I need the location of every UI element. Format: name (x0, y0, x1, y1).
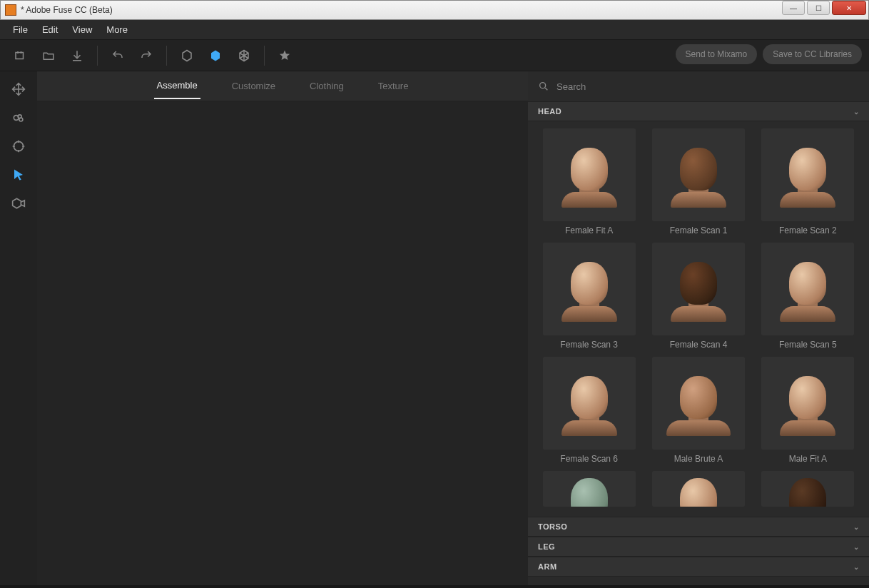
menu-file[interactable]: File (6, 21, 35, 38)
asset-label: Female Scan 2 (779, 225, 837, 235)
window-title: * Adobe Fuse CC (Beta) (21, 5, 782, 15)
svg-point-4 (14, 141, 23, 151)
asset-item[interactable]: Female Scan 1 (647, 128, 749, 235)
tab-clothing[interactable]: Clothing (307, 74, 347, 98)
save-to-cc-libraries-button[interactable]: Save to CC Libraries (763, 44, 862, 64)
move-tool-icon[interactable] (11, 81, 26, 97)
toolbar-right: Send to Mixamo Save to CC Libraries (676, 44, 862, 64)
section-title: TORSO (538, 522, 567, 531)
camera-tool-icon[interactable] (11, 196, 26, 211)
toolbar-divider (264, 46, 265, 66)
svg-point-3 (19, 118, 23, 121)
svg-rect-0 (16, 52, 24, 59)
smudge-tool-icon[interactable] (11, 110, 26, 126)
minimize-button[interactable]: — (782, 1, 805, 15)
select-tool-icon[interactable] (11, 167, 26, 183)
asset-thumb (652, 471, 745, 507)
search-row (528, 71, 869, 101)
asset-label: Female Scan 1 (670, 225, 728, 235)
center-area: Assemble Customize Clothing Texture (37, 71, 528, 585)
send-to-mixamo-button[interactable]: Send to Mixamo (676, 44, 758, 64)
tab-texture[interactable]: Texture (375, 74, 412, 98)
toolbar-divider (166, 46, 167, 66)
asset-label: Female Fit A (565, 225, 613, 235)
wireframe-icon[interactable] (174, 43, 200, 69)
chevron-down-icon: ⌄ (853, 523, 860, 531)
window-bottom-border (0, 585, 869, 588)
asset-thumb (652, 128, 745, 221)
asset-item[interactable] (757, 471, 859, 507)
target-tool-icon[interactable] (11, 138, 26, 154)
section-title: LEG (538, 542, 555, 551)
asset-label: Female Scan 6 (560, 454, 618, 464)
menu-edit[interactable]: Edit (35, 21, 65, 38)
asset-label: Female Scan 3 (560, 340, 618, 350)
svg-point-5 (540, 83, 546, 88)
asset-item[interactable]: Female Scan 5 (757, 243, 859, 350)
asset-item[interactable] (538, 471, 640, 507)
menu-view[interactable]: View (65, 21, 99, 38)
star-icon[interactable] (272, 43, 298, 69)
menu-bar: File Edit View More (0, 20, 869, 40)
asset-item[interactable]: Female Scan 6 (538, 357, 640, 464)
chevron-down-icon: ⌄ (853, 543, 860, 551)
search-icon (538, 81, 549, 92)
asset-item[interactable]: Male Fit A (757, 357, 859, 464)
section-head-leg[interactable]: LEG ⌄ (528, 537, 869, 557)
app-icon (5, 4, 16, 16)
asset-thumb (652, 243, 745, 335)
section-head-arm[interactable]: ARM ⌄ (528, 557, 869, 577)
asset-item[interactable] (647, 471, 749, 507)
tab-assemble[interactable]: Assemble (154, 73, 200, 99)
asset-panel: HEAD ⌄ Female Fit A Female Scan 1 Female… (528, 71, 869, 585)
save-icon[interactable] (64, 43, 90, 69)
window-controls: — ☐ ✕ (782, 1, 868, 19)
undo-icon[interactable] (105, 43, 131, 69)
chevron-down-icon: ⌄ (853, 108, 860, 116)
close-button[interactable]: ✕ (832, 1, 866, 15)
chevron-down-icon: ⌄ (853, 563, 860, 571)
asset-label: Female Scan 5 (779, 340, 837, 350)
section-title: HEAD (538, 107, 561, 116)
shaded-icon[interactable] (203, 43, 228, 69)
mode-tabs: Assemble Customize Clothing Texture (37, 71, 528, 101)
asset-thumb (761, 243, 854, 335)
asset-thumb (543, 243, 636, 335)
asset-thumb (652, 357, 745, 450)
viewport-3d[interactable] (37, 101, 528, 585)
asset-item[interactable]: Female Scan 4 (647, 243, 749, 350)
top-toolbar: Send to Mixamo Save to CC Libraries (0, 40, 869, 71)
window-titlebar: * Adobe Fuse CC (Beta) — ☐ ✕ (0, 0, 869, 20)
toolbar-divider (97, 46, 98, 66)
menu-more[interactable]: More (99, 21, 135, 38)
section-head-head[interactable]: HEAD ⌄ (528, 101, 869, 121)
asset-panel-body[interactable]: HEAD ⌄ Female Fit A Female Scan 1 Female… (528, 101, 869, 585)
asset-label: Female Scan 4 (670, 340, 728, 350)
asset-item[interactable]: Female Fit A (538, 128, 640, 235)
asset-label: Male Fit A (789, 454, 827, 464)
tab-customize[interactable]: Customize (229, 74, 278, 98)
new-assembly-icon[interactable] (7, 43, 33, 69)
asset-thumb (761, 128, 854, 221)
asset-thumb (761, 471, 854, 507)
section-title: ARM (538, 562, 557, 571)
asset-item[interactable]: Female Scan 3 (538, 243, 640, 350)
asset-item[interactable]: Female Scan 2 (757, 128, 859, 235)
asset-thumb (543, 357, 636, 450)
section-head-torso[interactable]: TORSO ⌄ (528, 517, 869, 537)
redo-icon[interactable] (133, 43, 159, 69)
search-input[interactable] (557, 81, 859, 92)
open-icon[interactable] (36, 43, 61, 69)
textured-icon[interactable] (231, 43, 257, 69)
asset-grid-head: Female Fit A Female Scan 1 Female Scan 2… (528, 121, 869, 517)
asset-thumb (543, 471, 636, 507)
asset-label: Male Brute A (674, 454, 723, 464)
left-tool-strip (0, 71, 37, 585)
maximize-button[interactable]: ☐ (807, 1, 830, 15)
asset-item[interactable]: Male Brute A (647, 357, 749, 464)
asset-thumb (543, 128, 636, 221)
asset-thumb (761, 357, 854, 450)
